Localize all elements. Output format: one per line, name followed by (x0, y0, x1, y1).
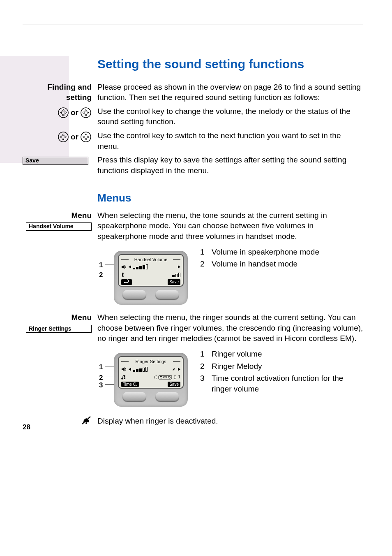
save-body: Press this display key to save the setti… (97, 155, 363, 176)
phone-pictogram (158, 375, 172, 380)
right-soft-button (155, 392, 179, 402)
control-key-icon (58, 107, 69, 118)
menus-heading: Menus (97, 191, 363, 205)
melody-icon (121, 375, 127, 380)
svg-point-12 (85, 422, 87, 424)
menu-label-2: Menu (71, 313, 92, 322)
top-rule (23, 25, 363, 25)
screen-title-2: Ringer Settings (121, 359, 180, 365)
control-key-icon (80, 107, 92, 118)
left-soft-button (122, 392, 146, 402)
control-body-2: Use the control key to switch to the nex… (97, 130, 363, 151)
timec-softkey: Time C. (121, 382, 139, 387)
ringer-off-body: Display when ringer is deactivated. (97, 416, 363, 426)
page-number: 28 (23, 423, 30, 432)
svg-point-9 (160, 376, 162, 378)
control-key-left-right: or (23, 107, 92, 118)
right-soft-button (155, 290, 179, 300)
save-display-key: Save (23, 157, 88, 165)
back-softkey (121, 279, 132, 285)
handset-volume-figure: 1 2 Handset Volume (114, 247, 188, 305)
handset-legend: 1Volume in speakerphone mode 2Volume in … (200, 247, 319, 271)
finding-label: Finding and setting (47, 83, 92, 102)
svg-rect-1 (62, 114, 64, 116)
menu-label-1: Menu (71, 211, 92, 220)
handset-volume-body: When selecting the menu, the tone sounds… (97, 210, 363, 242)
ringer-off-icon (81, 416, 92, 428)
svg-point-11 (168, 376, 171, 378)
svg-rect-7 (85, 139, 87, 140)
save-softkey-2: Save (168, 382, 180, 387)
left-soft-button (122, 290, 146, 300)
svg-rect-3 (85, 114, 87, 116)
ringer-body: When selecting the menu, the ringer soun… (97, 312, 363, 344)
or-text-2: or (71, 132, 78, 142)
svg-rect-10 (164, 377, 167, 378)
svg-rect-5 (62, 139, 64, 140)
speaker-icon (121, 367, 127, 372)
ringer-settings-key: Ringer Settings (26, 325, 92, 333)
page-title: Setting the sound setting functions (97, 56, 363, 73)
control-key-icon (58, 131, 69, 143)
speaker-icon (121, 264, 127, 269)
ringer-legend: 1Ringer volume 2Ringer Melody 3Time cont… (200, 349, 363, 396)
control-key-icon (80, 131, 92, 143)
control-body-1: Use the control key to change the volume… (97, 106, 363, 127)
save-softkey-1: Save (168, 279, 180, 285)
finding-body: Please proceed as shown in the overview … (97, 82, 363, 103)
or-text-1: or (71, 107, 78, 118)
control-key-up-down: or (23, 131, 92, 143)
handset-icon (121, 272, 127, 278)
svg-rect-8 (159, 375, 172, 379)
screen-title-1: Handset Volume (121, 257, 180, 263)
ringer-settings-figure: 1 2 3 Ringer Settings ⬈ (114, 349, 188, 407)
handset-volume-key: Handset Volume (26, 222, 92, 231)
